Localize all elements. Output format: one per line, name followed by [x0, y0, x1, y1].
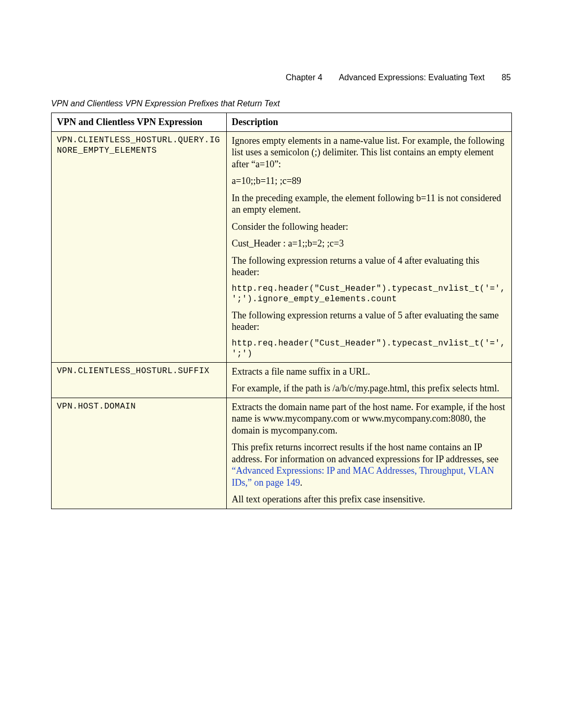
header-title: Advanced Expressions: Evaluating Text	[339, 73, 485, 82]
desc-paragraph: The following expression returns a value…	[232, 255, 506, 278]
table-row: VPN.CLIENTLESS_HOSTURL.QUERY.IGNORE_EMPT…	[52, 131, 512, 362]
desc-paragraph: This prefix returns incorrect results if…	[232, 441, 506, 488]
column-header-description: Description	[226, 113, 511, 132]
header-page-number: 85	[501, 73, 511, 82]
desc-text: This prefix returns incorrect results if…	[232, 442, 499, 464]
desc-paragraph: All text operations after this prefix ca…	[232, 493, 506, 505]
description-cell: Extracts a file name suffix in a URL. Fo…	[226, 362, 511, 398]
desc-paragraph: The following expression returns a value…	[232, 310, 506, 333]
table-header-row: VPN and Clientless VPN Expression Descri…	[52, 113, 512, 132]
description-cell: Extracts the domain name part of the hos…	[226, 398, 511, 509]
expression-cell: VPN.HOST.DOMAIN	[52, 398, 227, 509]
page: Chapter 4 Advanced Expressions: Evaluati…	[0, 0, 563, 540]
desc-text: .	[300, 477, 303, 488]
cross-reference-link[interactable]: “Advanced Expressions: IP and MAC Addres…	[232, 465, 494, 488]
desc-paragraph: a=10;;b=11; ;c=89	[232, 175, 506, 187]
desc-paragraph: Cust_Header : a=1;;b=2; ;c=3	[232, 238, 506, 250]
table-caption: VPN and Clientless VPN Expression Prefix…	[51, 99, 512, 108]
running-header: Chapter 4 Advanced Expressions: Evaluati…	[51, 73, 512, 82]
desc-code: http.req.header("Cust_Header").typecast_…	[232, 338, 506, 359]
expression-cell: VPN.CLIENTLESS_HOSTURL.SUFFIX	[52, 362, 227, 398]
header-chapter: Chapter 4	[286, 73, 322, 82]
expression-table: VPN and Clientless VPN Expression Descri…	[51, 113, 512, 509]
desc-paragraph: Ignores empty elements in a name-value l…	[232, 135, 506, 170]
desc-paragraph: For example, if the path is /a/b/c/my.pa…	[232, 382, 506, 394]
table-row: VPN.HOST.DOMAIN Extracts the domain name…	[52, 398, 512, 509]
desc-paragraph: Extracts a file name suffix in a URL.	[232, 366, 506, 378]
description-cell: Ignores empty elements in a name-value l…	[226, 131, 511, 362]
desc-paragraph: In the preceding example, the element fo…	[232, 192, 506, 216]
desc-paragraph: Extracts the domain name part of the hos…	[232, 401, 506, 437]
table-row: VPN.CLIENTLESS_HOSTURL.SUFFIX Extracts a…	[52, 362, 512, 398]
column-header-expression: VPN and Clientless VPN Expression	[52, 113, 227, 132]
desc-code: http.req.header("Cust_Header").typecast_…	[232, 283, 506, 304]
expression-cell: VPN.CLIENTLESS_HOSTURL.QUERY.IGNORE_EMPT…	[52, 131, 227, 362]
desc-paragraph: Consider the following header:	[232, 221, 506, 233]
